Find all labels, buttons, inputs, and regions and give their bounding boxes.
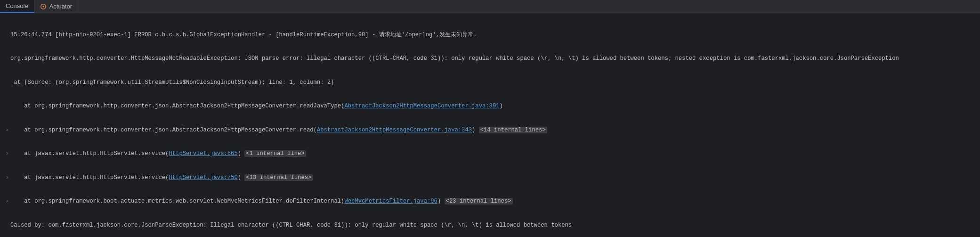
tab-bar: Console Actuator: [0, 0, 980, 13]
folded-lines[interactable]: <14 internal lines>: [479, 127, 547, 133]
folded-lines[interactable]: <13 internal lines>: [244, 174, 313, 181]
source-link[interactable]: HttpServlet.java:750: [169, 174, 237, 181]
tab-console[interactable]: Console: [0, 0, 34, 13]
tab-console-label: Console: [6, 2, 28, 9]
log-line: at org.springframework.http.converter.js…: [10, 126, 980, 134]
source-link[interactable]: AbstractJackson2HttpMessageConverter.jav…: [344, 103, 499, 109]
log-line: 15:26:44.774 [http-nio-9201-exec-1] ERRO…: [10, 31, 980, 39]
folded-lines[interactable]: <23 internal lines>: [445, 198, 513, 204]
source-link[interactable]: AbstractJackson2HttpMessageConverter.jav…: [317, 127, 472, 133]
console-output[interactable]: 15:26:44.774 [http-nio-9201-exec-1] ERRO…: [0, 13, 980, 237]
tab-actuator[interactable]: Actuator: [34, 0, 78, 13]
folded-lines[interactable]: <1 internal line>: [244, 150, 306, 157]
tab-actuator-label: Actuator: [49, 3, 72, 10]
svg-point-1: [42, 6, 44, 7]
log-line: at [Source: (org.springframework.util.St…: [10, 79, 980, 87]
log-line: org.springframework.http.converter.HttpM…: [10, 55, 980, 63]
log-line: at org.springframework.http.converter.js…: [10, 102, 980, 110]
expand-toggle[interactable]: ›: [4, 150, 10, 158]
log-line: Caused by: com.fasterxml.jackson.core.Js…: [10, 221, 980, 229]
log-line: at javax.servlet.http.HttpServlet.servic…: [10, 174, 980, 182]
log-line: at org.springframework.boot.actuate.metr…: [10, 197, 980, 205]
source-link[interactable]: WebMvcMetricsFilter.java:96: [344, 198, 437, 204]
log-line: at javax.servlet.http.HttpServlet.servic…: [10, 150, 980, 158]
actuator-icon: [40, 3, 47, 10]
source-link[interactable]: HttpServlet.java:665: [169, 150, 237, 157]
expand-toggle[interactable]: ›: [4, 126, 10, 134]
expand-toggle[interactable]: ›: [4, 197, 10, 205]
expand-toggle[interactable]: ›: [4, 174, 10, 182]
